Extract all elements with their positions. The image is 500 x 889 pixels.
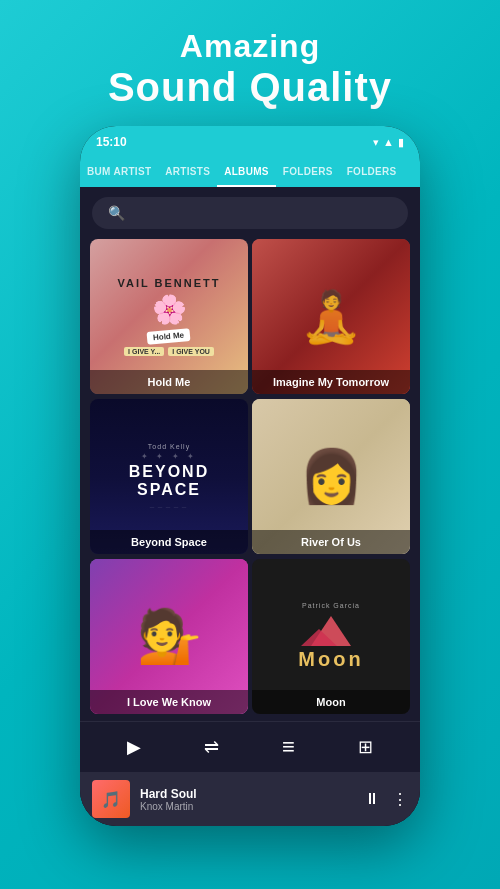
search-icon: 🔍 bbox=[108, 205, 125, 221]
search-bar[interactable]: 🔍 bbox=[92, 197, 408, 229]
pause-button[interactable]: ⏸ bbox=[364, 790, 380, 808]
albums-grid: VAIL BENNETT 🌸 Hold Me I GIVE Y... I GIV… bbox=[80, 239, 420, 721]
beyond-artist: Todd Kelly bbox=[148, 443, 190, 450]
album-label-moon: Moon bbox=[252, 690, 410, 714]
status-icons: ▾ ▲ ▮ bbox=[373, 136, 404, 149]
app-screen: 🔍 VAIL BENNETT 🌸 Hold Me I GIVE Y... I G… bbox=[80, 187, 420, 826]
album-card-moon[interactable]: Patrick Garcia Moon Moon bbox=[252, 559, 410, 714]
album-card-love[interactable]: 💁 I Love We Know bbox=[90, 559, 248, 714]
now-playing-controls: ⏸ ⋮ bbox=[364, 790, 408, 809]
queue-button[interactable]: ⊞ bbox=[354, 732, 377, 762]
album-label-imagine: Imagine My Tomorrow bbox=[252, 370, 410, 394]
moon-artist: Patrick Garcia bbox=[302, 602, 360, 609]
album-label-river: River Of Us bbox=[252, 530, 410, 554]
album-card-beyond[interactable]: Todd Kelly ✦ ✦ ✦ ✦ BEYONDSPACE ⸺⸺⸺⸺⸺ Bey… bbox=[90, 399, 248, 554]
header-section: Amazing Sound Quality bbox=[88, 0, 412, 126]
beyond-title: BEYONDSPACE bbox=[129, 463, 209, 498]
tab-folders-1[interactable]: FOLDERS bbox=[276, 158, 340, 187]
status-time: 15:10 bbox=[96, 135, 127, 149]
album-card-imagine[interactable]: 🧘 Imagine My Tomorrow bbox=[252, 239, 410, 394]
play-button[interactable]: ▶ bbox=[123, 732, 145, 762]
status-bar: 15:10 ▾ ▲ ▮ bbox=[80, 126, 420, 158]
shuffle-button[interactable]: ⇌ bbox=[200, 732, 223, 762]
now-playing-info: Hard Soul Knox Martin bbox=[140, 787, 354, 812]
album-label-beyond: Beyond Space bbox=[90, 530, 248, 554]
now-playing-artist: Knox Martin bbox=[140, 801, 354, 812]
now-playing-thumb: 🎵 bbox=[92, 780, 130, 818]
album-label-love: I Love We Know bbox=[90, 690, 248, 714]
header-line2: Sound Quality bbox=[108, 65, 392, 110]
tab-albums[interactable]: ALBUMS bbox=[217, 158, 276, 187]
phone-wrapper: 15:10 ▾ ▲ ▮ BUM ARTIST ARTISTS ALBUMS FO… bbox=[80, 126, 420, 826]
now-playing-title: Hard Soul bbox=[140, 787, 354, 801]
bottom-controls: ▶ ⇌ ≡ ⊞ bbox=[80, 721, 420, 772]
tab-folders-2[interactable]: FOLDERS bbox=[340, 158, 404, 187]
equalizer-button[interactable]: ≡ bbox=[278, 730, 299, 764]
nav-tabs: BUM ARTIST ARTISTS ALBUMS FOLDERS FOLDER… bbox=[80, 158, 420, 187]
tab-artists[interactable]: ARTISTS bbox=[158, 158, 217, 187]
album-label-hold-me: Hold Me bbox=[90, 370, 248, 394]
battery-icon: ▮ bbox=[398, 136, 404, 149]
header-line1: Amazing bbox=[108, 28, 392, 65]
wifi-icon: ▾ bbox=[373, 136, 379, 149]
moon-title: Moon bbox=[298, 648, 363, 671]
more-button[interactable]: ⋮ bbox=[392, 790, 408, 809]
album-card-river[interactable]: 👩 River Of Us bbox=[252, 399, 410, 554]
search-input[interactable] bbox=[133, 206, 392, 221]
tab-bum-artist[interactable]: BUM ARTIST bbox=[80, 158, 158, 187]
phone-frame: 15:10 ▾ ▲ ▮ BUM ARTIST ARTISTS ALBUMS FO… bbox=[80, 126, 420, 826]
now-playing-bar[interactable]: 🎵 Hard Soul Knox Martin ⏸ ⋮ bbox=[80, 772, 420, 826]
album-card-hold-me[interactable]: VAIL BENNETT 🌸 Hold Me I GIVE Y... I GIV… bbox=[90, 239, 248, 394]
signal-icon: ▲ bbox=[383, 136, 394, 148]
